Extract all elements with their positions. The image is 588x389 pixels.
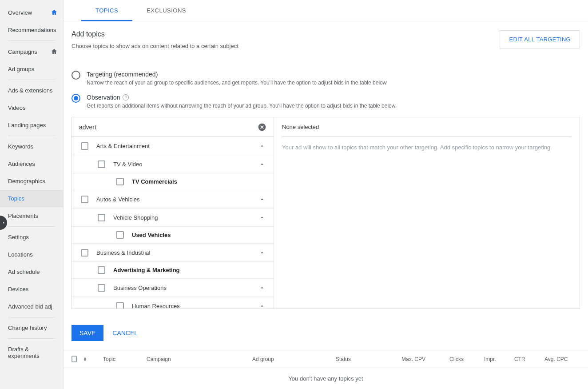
edit-all-targeting-button[interactable]: EDIT ALL TARGETING xyxy=(500,30,580,48)
column-header[interactable]: Topic xyxy=(103,356,143,362)
topic-label: Business Operations xyxy=(113,285,258,291)
topic-row: Arts & Entertainment xyxy=(72,137,274,155)
topic-checkbox[interactable] xyxy=(116,302,124,309)
topic-row: Vehicle Shopping xyxy=(72,208,274,227)
topic-row: TV & Video xyxy=(72,155,274,173)
page-subtitle: Choose topics to show ads on content rel… xyxy=(72,43,238,49)
topic-checkbox[interactable] xyxy=(81,196,88,203)
column-header[interactable]: Max. CPV xyxy=(401,356,446,362)
topic-label: Human Resources xyxy=(132,303,258,309)
cancel-button[interactable]: CANCEL xyxy=(112,329,138,337)
observation-radio[interactable] xyxy=(72,94,80,103)
sidebar-item-overview[interactable]: Overview xyxy=(0,4,63,21)
topic-list: Arts & EntertainmentTV & VideoTV Commerc… xyxy=(72,137,274,309)
topic-row: Business & Industrial xyxy=(72,244,274,262)
observation-radio-title: Observation ? xyxy=(87,94,397,101)
sidebar-item-videos[interactable]: Videos xyxy=(0,99,63,116)
sidebar-item-settings[interactable]: Settings xyxy=(0,229,63,246)
topic-label: Vehicle Shopping xyxy=(113,214,258,221)
chevron-up-icon[interactable] xyxy=(258,141,266,150)
tabs: TOPICSEXCLUSIONS xyxy=(64,0,588,21)
topic-row: Advertising & Marketing xyxy=(72,261,274,279)
tab-topics[interactable]: TOPICS xyxy=(81,0,132,21)
help-icon[interactable]: ? xyxy=(123,94,129,100)
topic-label: Arts & Entertainment xyxy=(96,143,258,149)
topic-label: Used Vehicles xyxy=(132,232,266,238)
sidebar-item-ads-extensions[interactable]: Ads & extensions xyxy=(0,82,63,99)
targeting-radio-desc: Narrow the reach of your ad group to spe… xyxy=(87,80,388,86)
sidebar-item-devices[interactable]: Devices xyxy=(0,281,63,298)
sidebar-item-ad-schedule[interactable]: Ad schedule xyxy=(0,263,63,281)
topic-row: Human Resources xyxy=(72,297,274,309)
topic-checkbox[interactable] xyxy=(81,249,88,257)
sidebar-item-audiences[interactable]: Audiences xyxy=(0,155,63,172)
chevron-up-icon[interactable] xyxy=(258,301,266,309)
topic-checkbox[interactable] xyxy=(81,142,88,150)
chevron-up-icon[interactable] xyxy=(258,195,266,204)
column-header[interactable]: Avg. CPC xyxy=(544,356,580,362)
column-header[interactable]: CTR xyxy=(514,356,541,362)
topic-row: Used Vehicles xyxy=(72,227,274,244)
sidebar-item-locations[interactable]: Locations xyxy=(0,246,63,263)
search-input[interactable] xyxy=(79,124,258,131)
chevron-up-icon[interactable] xyxy=(258,248,266,257)
sidebar-item-keywords[interactable]: Keywords xyxy=(0,138,63,155)
topic-checkbox[interactable] xyxy=(98,214,105,221)
save-button[interactable]: SAVE xyxy=(72,325,103,341)
tab-exclusions[interactable]: EXCLUSIONS xyxy=(132,0,200,21)
topic-label: Business & Industrial xyxy=(96,249,258,256)
sidebar-item-landing-pages[interactable]: Landing pages xyxy=(0,116,63,134)
column-header[interactable]: Status xyxy=(336,356,398,362)
targeting-radio[interactable] xyxy=(72,71,80,80)
sidebar-item-ad-groups[interactable]: Ad groups xyxy=(0,60,63,78)
topic-checkbox[interactable] xyxy=(116,178,124,185)
chevron-up-icon[interactable] xyxy=(258,160,266,168)
table-header: TopicCampaignAd groupStatusMax. CPVClick… xyxy=(64,350,588,368)
topic-label: Autos & Vehicles xyxy=(96,196,258,203)
topic-row: Autos & Vehicles xyxy=(72,190,274,209)
sidebar-item-drafts-experiments[interactable]: Drafts & experiments xyxy=(0,341,63,365)
topic-row: TV Commercials xyxy=(72,173,274,190)
sidebar-item-topics[interactable]: Topics xyxy=(0,190,63,207)
topic-checkbox[interactable] xyxy=(98,284,105,292)
topic-checkbox[interactable] xyxy=(98,266,105,274)
topic-checkbox[interactable] xyxy=(98,160,105,168)
topic-row: Business Operations xyxy=(72,278,274,297)
none-selected-label: None selected xyxy=(282,124,572,137)
status-dot-icon xyxy=(84,357,86,361)
clear-search-icon[interactable] xyxy=(258,123,266,132)
sidebar-item-change-history[interactable]: Change history xyxy=(0,319,63,337)
select-all-checkbox[interactable] xyxy=(72,356,77,362)
topic-label: TV Commercials xyxy=(132,178,266,185)
sidebar-item-placements[interactable]: Placements xyxy=(0,207,63,225)
topic-checkbox[interactable] xyxy=(116,231,124,239)
topic-label: TV & Video xyxy=(113,161,258,168)
sidebar-item-campaigns[interactable]: Campaigns xyxy=(0,43,63,60)
sidebar-item-demographics[interactable]: Demographics xyxy=(0,172,63,190)
column-header[interactable]: Clicks xyxy=(449,356,481,362)
observation-radio-desc: Get reports on additional items without … xyxy=(87,103,397,109)
sidebar-item-recommendations[interactable]: Recommendations xyxy=(0,21,63,39)
sidebar: OverviewRecommendationsCampaignsAd group… xyxy=(0,0,64,389)
column-header[interactable]: Ad group xyxy=(252,356,332,362)
chevron-up-icon[interactable] xyxy=(258,213,266,222)
page-title: Add topics xyxy=(72,30,238,38)
column-header[interactable]: Campaign xyxy=(147,356,249,362)
sidebar-item-advanced-bid-adj-[interactable]: Advanced bid adj. xyxy=(0,298,63,315)
topic-label: Advertising & Marketing xyxy=(113,267,266,273)
selection-hint: Your ad will show to all topics that mat… xyxy=(282,143,572,152)
chevron-up-icon[interactable] xyxy=(258,283,266,292)
table-empty-message: You don't have any topics yet xyxy=(64,368,588,389)
column-header[interactable]: Impr. xyxy=(484,356,511,362)
targeting-radio-title: Targeting (recommended) xyxy=(87,71,388,78)
